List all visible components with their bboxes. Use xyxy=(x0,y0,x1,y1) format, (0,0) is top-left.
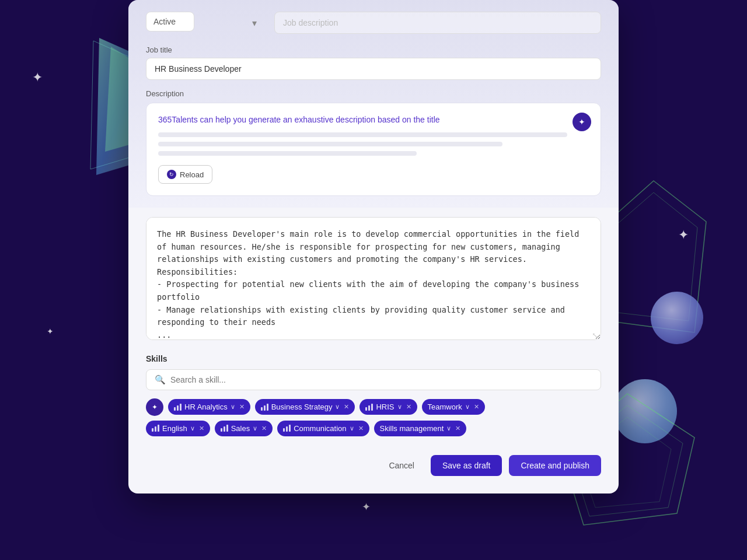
skill-bars-icon xyxy=(174,404,181,411)
skill-chevron-icon[interactable]: ∨ xyxy=(446,425,451,432)
skill-tags-row-2: English ∨ ✕ Sales ∨ ✕ Communication ∨ ✕ xyxy=(146,421,601,436)
ai-icon: ✦ xyxy=(573,113,591,131)
skill-tag-hr-analytics[interactable]: HR Analytics ∨ ✕ xyxy=(168,399,250,415)
skill-search-box[interactable]: 🔍 xyxy=(146,369,601,390)
skill-remove-icon[interactable]: ✕ xyxy=(199,425,204,432)
skill-remove-icon[interactable]: ✕ xyxy=(261,425,267,432)
job-form-modal: Active Job description Job title Descrip… xyxy=(128,0,619,494)
ai-description-box: ✦ 365Talents can help you generate an ex… xyxy=(146,103,601,196)
status-select[interactable]: Active xyxy=(146,12,194,32)
skills-section: Skills 🔍 ✦ HR Analytics ∨ ✕ Business Str… xyxy=(128,342,619,436)
modal-header: Active Job description Job title Descrip… xyxy=(128,0,619,208)
ai-loading-lines xyxy=(158,132,589,156)
skills-label: Skills xyxy=(146,354,601,363)
status-row: Active Job description xyxy=(146,12,601,34)
skill-remove-icon[interactable]: ✕ xyxy=(406,403,411,411)
resize-handle: ⤡ xyxy=(592,331,599,340)
description-textarea[interactable]: The HR Business Developer's main role is… xyxy=(146,217,601,340)
skill-tag-sales[interactable]: Sales ∨ ✕ xyxy=(215,421,273,436)
job-title-input[interactable] xyxy=(146,58,601,80)
search-icon: 🔍 xyxy=(155,374,166,385)
skill-tag-teamwork[interactable]: Teamwork ∨ ✕ xyxy=(422,399,485,415)
skill-name: Skills management xyxy=(380,424,444,433)
job-desc-placeholder: Job description xyxy=(274,12,601,34)
reload-label: Reload xyxy=(180,170,204,179)
skill-name: Teamwork xyxy=(428,402,462,411)
skill-tag-english[interactable]: English ∨ ✕ xyxy=(146,421,210,436)
skill-bars-icon xyxy=(261,404,268,411)
description-container: The HR Business Developer's main role is… xyxy=(146,217,601,342)
skill-chevron-icon[interactable]: ∨ xyxy=(350,425,354,432)
skill-chevron-icon[interactable]: ∨ xyxy=(397,403,402,411)
skill-name: Communication xyxy=(294,424,346,433)
skill-tag-skills-management[interactable]: Skills management ∨ ✕ xyxy=(374,421,467,436)
create-publish-button[interactable]: Create and publish xyxy=(509,455,601,476)
skill-remove-icon[interactable]: ✕ xyxy=(344,403,349,411)
ai-line-2 xyxy=(158,142,502,146)
status-select-wrapper[interactable]: Active xyxy=(146,12,263,34)
cancel-button[interactable]: Cancel xyxy=(379,455,424,476)
skill-bars-icon xyxy=(152,425,159,432)
ai-line-1 xyxy=(158,132,567,137)
skill-bars-icon xyxy=(283,425,291,432)
skill-chevron-icon[interactable]: ∨ xyxy=(231,403,235,411)
orb-decoration-1 xyxy=(651,292,703,344)
skill-remove-icon[interactable]: ✕ xyxy=(474,403,479,411)
reload-button[interactable]: ↻ Reload xyxy=(158,165,212,184)
skill-chevron-icon[interactable]: ∨ xyxy=(190,425,195,432)
skill-name: HR Analytics xyxy=(184,402,228,411)
skill-tag-hris[interactable]: HRIS ∨ ✕ xyxy=(359,399,417,415)
skill-remove-icon[interactable]: ✕ xyxy=(239,403,245,411)
ai-line-3 xyxy=(158,151,417,156)
skill-name: HRIS xyxy=(376,402,394,411)
skill-chevron-icon[interactable]: ∨ xyxy=(465,403,470,411)
skill-bars-icon xyxy=(221,425,228,432)
description-label: Description xyxy=(146,89,601,98)
skill-tags-row-1: ✦ HR Analytics ∨ ✕ Business Strategy ∨ ✕ xyxy=(146,398,601,416)
skill-name: Business Strategy xyxy=(271,402,333,411)
skill-chevron-icon[interactable]: ∨ xyxy=(253,425,257,432)
skill-tag-communication[interactable]: Communication ∨ ✕ xyxy=(277,421,369,436)
save-draft-button[interactable]: Save as draft xyxy=(431,455,502,476)
ai-prompt-text: 365Talents can help you generate an exha… xyxy=(158,115,589,124)
skill-remove-icon[interactable]: ✕ xyxy=(358,425,364,432)
reload-icon: ↻ xyxy=(167,170,176,179)
skill-search-input[interactable] xyxy=(170,375,592,384)
skill-chevron-icon[interactable]: ∨ xyxy=(335,403,340,411)
job-title-label: Job title xyxy=(146,46,601,54)
skill-name: English xyxy=(162,424,187,433)
ai-skills-icon: ✦ xyxy=(146,398,163,416)
orb-decoration-2 xyxy=(613,379,677,443)
footer-buttons: Cancel Save as draft Create and publish xyxy=(128,441,619,476)
skill-remove-icon[interactable]: ✕ xyxy=(455,425,460,432)
skill-name: Sales xyxy=(231,424,250,433)
skill-bars-icon xyxy=(365,404,373,411)
skill-tag-business-strategy[interactable]: Business Strategy ∨ ✕ xyxy=(255,399,355,415)
